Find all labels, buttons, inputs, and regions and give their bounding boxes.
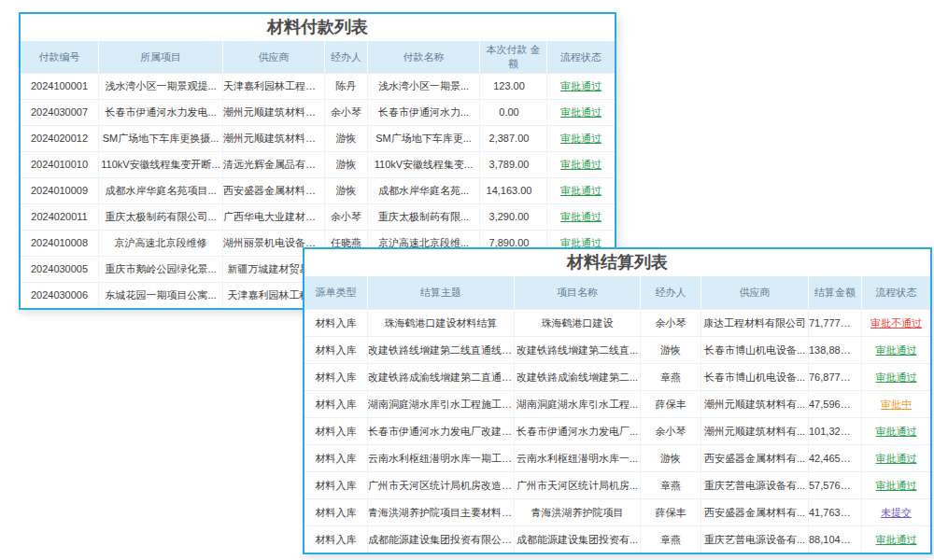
cell-project-link[interactable]: 云南水利枢纽潜明水库一... (514, 445, 640, 471)
cell-subject-link[interactable]: 湖南洞庭湖水库引水工程施工1标材... (367, 391, 514, 417)
cell-payment-no-link[interactable]: 2024010009 (21, 178, 98, 203)
cell-payment-no-link[interactable]: 2024020011 (21, 204, 98, 230)
cell-payment-no-link[interactable]: 2024030006 (21, 283, 98, 308)
cell-project-link[interactable]: 改建铁路成渝线增建第二... (514, 364, 640, 390)
cell-supplier-link[interactable]: 潮州元顺建筑材料有限... (222, 100, 324, 125)
cell-project-link[interactable]: 珠海鹤港口建设 (514, 310, 640, 336)
cell-source-type: 材料入库 (304, 499, 367, 525)
cell-amount: 123.00 (479, 74, 546, 99)
cell-status-link[interactable]: 审批通过 (546, 126, 615, 151)
cell-supplier-link[interactable]: 潮州元顺建筑材料有限... (222, 126, 324, 151)
cell-status-link[interactable]: 审批通过 (546, 100, 615, 125)
cell-payment-name-link[interactable]: 重庆太极制药有限... (367, 204, 479, 230)
cell-project-link[interactable]: 长春市伊通河水力发电... (98, 100, 222, 125)
cell-subject-link[interactable]: 改建铁路成渝线增建第二直通线（... (367, 364, 514, 390)
cell-amount: 0.00 (479, 100, 546, 125)
cell-supplier-link[interactable]: 西安盛器金属材料有... (700, 499, 808, 525)
cell-payment-name-link[interactable]: 长春市伊通河水力... (367, 100, 479, 125)
cell-supplier-link[interactable]: 天津嘉利园林工程有限... (222, 74, 324, 99)
cell-project-link[interactable]: 成都能源建设集团投资有... (514, 526, 640, 553)
cell-status-link[interactable]: 审批通过 (861, 445, 930, 471)
table-row: 材料入库 云南水利枢纽潜明水库一期工程施... 云南水利枢纽潜明水库一... 游… (304, 444, 930, 471)
cell-supplier-link[interactable]: 康达工程材料有限公司 (700, 310, 808, 336)
table-row: 2024010010 110kV安徽线程集变开断... 清远光辉金属品有限公司 … (21, 151, 615, 177)
cell-status-link[interactable]: 审批通过 (861, 337, 930, 363)
cell-amount: 14,163.00 (479, 178, 546, 203)
cell-subject-link[interactable]: 青海洪湖养护院项目主要材料结算 (367, 499, 514, 525)
cell-payment-no-link[interactable]: 2024030007 (21, 100, 98, 125)
cell-handler: 游恢 (324, 152, 367, 177)
cell-project-link[interactable]: 成都水岸华庭名苑项目... (98, 178, 222, 203)
cell-payment-no-link[interactable]: 2024010008 (21, 231, 98, 256)
cell-project-link[interactable]: 东城花园一期项目公寓... (98, 283, 222, 308)
table-row: 材料入库 成都能源建设集团投资有限公司临... 成都能源建设集团投资有... 章… (304, 525, 930, 553)
cell-supplier-link[interactable]: 重庆艺普电源设备有... (700, 526, 808, 553)
cell-project-link[interactable]: SM广场地下车库更换摄... (98, 126, 222, 151)
cell-project-link[interactable]: 110kV安徽线程集变开断... (98, 152, 222, 177)
cell-project-link[interactable]: 浅水湾小区一期景观提... (98, 74, 222, 99)
cell-supplier-link[interactable]: 清远光辉金属品有限公司 (222, 152, 324, 177)
cell-subject-link[interactable]: 珠海鹤港口建设材料结算 (367, 310, 514, 336)
cell-project-link[interactable]: 青海洪湖养护院项目 (514, 499, 640, 525)
cell-status-link[interactable]: 审批通过 (861, 472, 930, 498)
cell-status-link[interactable]: 审批通过 (861, 526, 930, 553)
table-row: 材料入库 青海洪湖养护院项目主要材料结算 青海洪湖养护院项目 薛保丰 西安盛器金… (304, 498, 930, 525)
cell-handler: 余小琴 (324, 204, 367, 230)
column-header-subject: 结算主题 (367, 276, 514, 309)
column-header-status: 流程状态 (861, 276, 930, 309)
cell-project-link[interactable]: 长春市伊通河水力发电厂... (514, 418, 640, 444)
table-row: 2024030007 长春市伊通河水力发电... 潮州元顺建筑材料有限... 余… (21, 99, 615, 125)
cell-project-link[interactable]: 湖南洞庭湖水库引水工程... (514, 391, 640, 417)
cell-payment-no-link[interactable]: 2024030005 (21, 257, 98, 282)
cell-source-type: 材料入库 (304, 364, 367, 390)
cell-handler: 章燕 (640, 364, 700, 390)
cell-subject-link[interactable]: 云南水利枢纽潜明水库一期工程施... (367, 445, 514, 471)
cell-supplier-link[interactable]: 广西华电大业建材有限... (222, 204, 324, 230)
cell-payment-no-link[interactable]: 2024010010 (21, 152, 98, 177)
cell-supplier-link[interactable]: 潮州元顺建筑材料有... (700, 391, 808, 417)
cell-status-link[interactable]: 审批通过 (546, 178, 615, 203)
cell-payment-no-link[interactable]: 2024100001 (21, 74, 98, 99)
column-header-project: 所属项目 (98, 41, 222, 73)
cell-status-link[interactable]: 未提交 (861, 499, 930, 525)
cell-supplier-link[interactable]: 重庆艺普电源设备有... (700, 472, 808, 498)
cell-supplier-link[interactable]: 西安盛器金属材料有限... (222, 178, 324, 203)
cell-supplier-link[interactable]: 西安盛器金属材料有... (700, 445, 808, 471)
cell-status-link[interactable]: 审批中 (861, 391, 930, 417)
cell-status-link[interactable]: 审批通过 (546, 204, 615, 230)
cell-supplier-link[interactable]: 潮州元顺建筑材料有... (700, 418, 808, 444)
cell-status-link[interactable]: 审批通过 (546, 152, 615, 177)
cell-project-link[interactable]: 改建铁路线增建第二线直... (514, 337, 640, 363)
settlement-list-panel: 材料结算列表 源单类型 结算主题 项目名称 经办人 供应商 结算金额 流程状态 … (303, 247, 932, 554)
cell-amount: 41,763.00 (808, 499, 861, 525)
cell-status-link[interactable]: 审批通过 (546, 74, 615, 99)
cell-subject-link[interactable]: 改建铁路线增建第二线直通线（成... (367, 337, 514, 363)
cell-payment-name-link[interactable]: 浅水湾小区一期景... (367, 74, 479, 99)
cell-source-type: 材料入库 (304, 472, 367, 498)
cell-status-link[interactable]: 审批不通过 (861, 310, 930, 336)
cell-supplier-link[interactable]: 长春市博山机电设备... (700, 337, 808, 363)
cell-subject-link[interactable]: 广州市天河区统计局机房改造项目... (367, 472, 514, 498)
cell-status-link[interactable]: 审批通过 (861, 418, 930, 444)
column-header-amount: 结算金额 (808, 276, 861, 309)
column-header-supplier: 供应商 (222, 41, 324, 73)
cell-payment-name-link[interactable]: 110kV安徽线程集变... (367, 152, 479, 177)
cell-status-link[interactable]: 审批通过 (861, 364, 930, 390)
cell-source-type: 材料入库 (304, 337, 367, 363)
cell-supplier-link[interactable]: 长春市博山机电设备... (700, 364, 808, 390)
cell-payment-name-link[interactable]: SM广场地下车库更... (367, 126, 479, 151)
column-header-source-type: 源单类型 (304, 276, 367, 309)
cell-project-link[interactable]: 广州市天河区统计局机房... (514, 472, 640, 498)
cell-project-link[interactable]: 重庆太极制药有限公司... (98, 204, 222, 230)
table-row: 2024100001 浅水湾小区一期景观提... 天津嘉利园林工程有限... 陈… (21, 73, 615, 99)
cell-project-link[interactable]: 重庆市鹅岭公园绿化景... (98, 257, 222, 282)
cell-subject-link[interactable]: 长春市伊通河水力发电厂改建工程... (367, 418, 514, 444)
cell-project-link[interactable]: 京沪高速北京段维修 (98, 231, 222, 256)
cell-subject-link[interactable]: 成都能源建设集团投资有限公司临... (367, 526, 514, 553)
cell-payment-name-link[interactable]: 成都水岸华庭名苑... (367, 178, 479, 203)
cell-source-type: 材料入库 (304, 310, 367, 336)
cell-payment-no-link[interactable]: 2024020012 (21, 126, 98, 151)
cell-amount: 3,290.00 (479, 204, 546, 230)
table-row: 2024020012 SM广场地下车库更换摄... 潮州元顺建筑材料有限... … (21, 125, 615, 151)
column-header-handler: 经办人 (640, 276, 700, 309)
